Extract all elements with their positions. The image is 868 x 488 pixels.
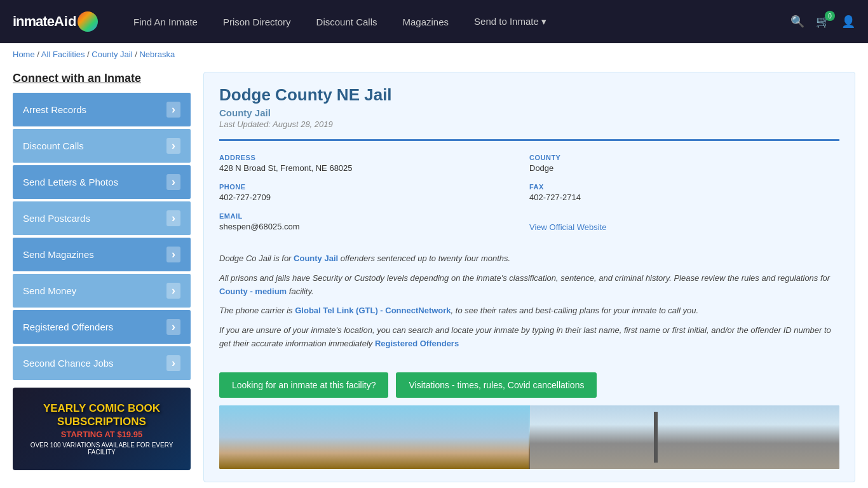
breadcrumb: Home / All Facilities / County Jail / Ne… [0, 43, 868, 65]
arrow-icon-magazines: › [166, 247, 180, 262]
nav-find-inmate[interactable]: Find An Inmate [133, 17, 198, 27]
address-section: ADDRESS 428 N Broad St, Fremont, NE 6802… [219, 149, 529, 178]
search-icon[interactable]: 🔍 [790, 15, 804, 29]
arrow-icon-jobs: › [166, 355, 180, 371]
county-jail-link-1[interactable]: County Jail [294, 254, 338, 263]
desc-paragraph-3: The phone carrier is Global Tel Link (GT… [219, 304, 839, 318]
sidebar-label-send-postcards: Send Postcards [23, 213, 90, 224]
sidebar-label-second-chance: Second Chance Jobs [23, 358, 114, 369]
main-content: Dodge County NE Jail County Jail Last Up… [203, 72, 855, 482]
info-grid: ADDRESS 428 N Broad St, Fremont, NE 6802… [219, 139, 839, 237]
phone-label: PHONE [219, 183, 522, 191]
main-layout: Connect with an Inmate Arrest Records › … [0, 65, 868, 488]
arrow-icon-discount: › [166, 138, 180, 154]
breadcrumb-home[interactable]: Home [13, 50, 35, 59]
desc-paragraph-1: Dodge Co Jail is for County Jail offende… [219, 252, 839, 266]
phone-section: PHONE 402-727-2709 [219, 178, 529, 207]
sidebar-label-discount-calls: Discount Calls [23, 140, 84, 151]
sidebar-item-arrest-records[interactable]: Arrest Records › [13, 93, 191, 126]
nav-magazines[interactable]: Magazines [402, 17, 449, 27]
cart-badge: 0 [825, 11, 835, 21]
action-buttons: Looking for an inmate at this facility? … [219, 372, 839, 398]
facility-card: Dodge County NE Jail County Jail Last Up… [203, 72, 855, 482]
registered-offenders-link[interactable]: Registered Offenders [375, 339, 459, 348]
arrow-icon-money: › [166, 283, 180, 299]
utility-pole [654, 412, 658, 463]
sidebar-item-discount-calls[interactable]: Discount Calls › [13, 129, 191, 163]
ad-title: YEARLY COMIC BOOKSUBSCRIPTIONS [43, 402, 160, 428]
sidebar-item-send-postcards[interactable]: Send Postcards › [13, 201, 191, 235]
logo-text: inmate [13, 13, 54, 30]
county-label: COUNTY [529, 154, 832, 161]
county-value: Dodge [529, 163, 832, 173]
email-value: shespen@68025.com [219, 222, 522, 231]
cart-icon[interactable]: 🛒 0 [816, 15, 830, 29]
county-medium-link[interactable]: County - medium [219, 287, 287, 296]
logo-area[interactable]: inmate Aid [13, 11, 114, 32]
official-website-link[interactable]: View Official Website [529, 222, 606, 232]
county-section: COUNTY Dodge [529, 149, 839, 178]
sidebar-label-send-letters: Send Letters & Photos [23, 177, 118, 187]
website-label [529, 212, 832, 220]
sidebar-label-send-money: Send Money [23, 285, 76, 296]
arrow-icon-letters: › [166, 174, 180, 190]
breadcrumb-county-jail[interactable]: County Jail [92, 50, 132, 59]
breadcrumb-all-facilities[interactable]: All Facilities [41, 50, 85, 59]
facility-name: Dodge County NE Jail [219, 85, 839, 105]
find-inmate-button[interactable]: Looking for an inmate at this facility? [219, 372, 388, 398]
fax-section: FAX 402-727-2714 [529, 178, 839, 207]
fax-label: FAX [529, 183, 832, 191]
sidebar-item-send-magazines[interactable]: Send Magazines › [13, 238, 191, 271]
user-icon[interactable]: 👤 [841, 15, 855, 29]
sidebar-title: Connect with an Inmate [13, 72, 191, 85]
ad-price: STARTING AT $19.95 [61, 430, 142, 439]
photo-right [530, 405, 839, 469]
site-header: inmate Aid Find An Inmate Prison Directo… [0, 0, 868, 43]
facility-type: County Jail [219, 107, 839, 118]
website-section: View Official Website [529, 207, 839, 237]
sidebar-menu: Arrest Records › Discount Calls › Send L… [13, 93, 191, 380]
description: Dodge Co Jail is for County Jail offende… [219, 247, 839, 362]
ad-subtitle: OVER 100 VARIATIONS AVAILABLE FOR EVERY … [19, 442, 184, 456]
main-nav: Find An Inmate Prison Directory Discount… [133, 16, 771, 27]
desc-paragraph-2: All prisons and jails have Security or C… [219, 272, 839, 299]
nav-icons: 🔍 🛒 0 👤 [790, 15, 855, 29]
photo-left [219, 405, 529, 469]
nav-send-to-inmate[interactable]: Send to Inmate ▾ [474, 16, 546, 27]
address-label: ADDRESS [219, 154, 522, 161]
sidebar-item-send-money[interactable]: Send Money › [13, 274, 191, 308]
gtl-link[interactable]: Global Tel Link (GTL) - ConnectNetwork [295, 306, 451, 315]
logo-all: Aid [54, 13, 76, 30]
sidebar: Connect with an Inmate Arrest Records › … [13, 72, 191, 482]
sidebar-label-send-magazines: Send Magazines [23, 249, 94, 260]
address-value: 428 N Broad St, Fremont, NE 68025 [219, 163, 522, 173]
arrow-icon-arrest: › [166, 102, 180, 118]
sidebar-item-registered-offenders[interactable]: Registered Offenders › [13, 310, 191, 344]
facility-photo-strip [219, 405, 839, 469]
desc-paragraph-4: If you are unsure of your inmate's locat… [219, 324, 839, 351]
email-label: EMAIL [219, 212, 522, 220]
phone-value: 402-727-2709 [219, 193, 522, 202]
facility-updated: Last Updated: August 28, 2019 [219, 119, 839, 129]
fax-value: 402-727-2714 [529, 193, 832, 202]
nav-discount-calls[interactable]: Discount Calls [316, 17, 377, 27]
visitations-button[interactable]: Visitations - times, rules, Covid cancel… [396, 372, 597, 398]
nav-prison-directory[interactable]: Prison Directory [223, 17, 291, 27]
arrow-icon-postcards: › [166, 210, 180, 226]
sidebar-label-registered-offenders: Registered Offenders [23, 322, 113, 332]
sidebar-item-second-chance-jobs[interactable]: Second Chance Jobs › [13, 346, 191, 380]
breadcrumb-nebraska[interactable]: Nebraska [139, 50, 175, 59]
arrow-icon-offenders: › [166, 319, 180, 335]
sidebar-label-arrest-records: Arrest Records [23, 104, 86, 115]
logo-icon [78, 11, 98, 32]
sidebar-item-send-letters[interactable]: Send Letters & Photos › [13, 165, 191, 199]
email-section: EMAIL shespen@68025.com [219, 207, 529, 237]
ad-banner[interactable]: YEARLY COMIC BOOKSUBSCRIPTIONS STARTING … [13, 388, 191, 470]
